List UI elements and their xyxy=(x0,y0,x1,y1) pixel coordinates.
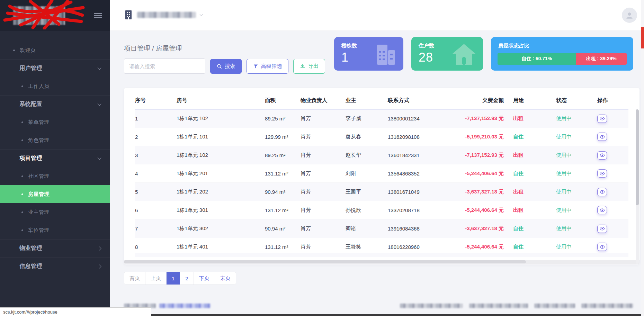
view-button[interactable] xyxy=(597,133,607,141)
cell-area: 131.12 m² xyxy=(265,171,301,177)
cell-manager: 肖芳 xyxy=(301,189,346,195)
cell-phone: 13564868352 xyxy=(388,171,450,177)
cell-owner: 李子威 xyxy=(346,115,388,122)
sidebar-item-menu-management[interactable]: 菜单管理 xyxy=(0,113,110,131)
cell-owner: 王筱笑 xyxy=(346,244,388,250)
cell-no: 3 xyxy=(135,152,177,158)
sidebar-item-system-config[interactable]: –系统配置 xyxy=(0,95,110,113)
scrollbar-thumb[interactable] xyxy=(641,27,644,48)
cell-owner: 王国平 xyxy=(346,189,388,195)
cell-room: 1栋1单元 302 xyxy=(177,225,265,232)
avatar[interactable] xyxy=(622,8,637,23)
chevron-down-icon xyxy=(97,66,101,70)
cell-no: 4 xyxy=(135,171,177,177)
table-row: 31栋1单元 10289.25 m²肖芳赵长华13601842331-7,137… xyxy=(135,146,628,164)
sidebar-item-user-management[interactable]: –用户管理 xyxy=(0,59,110,77)
cell-no: 8 xyxy=(135,244,177,250)
view-button[interactable] xyxy=(597,225,607,233)
stat-card-house-status: 房屋状态占比 自住 : 60.71%出租 : 39.29% xyxy=(491,37,633,71)
sidebar-item-label: 系统配置 xyxy=(19,101,42,108)
stat-card-residents: 住户数 28 xyxy=(411,37,483,71)
partial-row xyxy=(135,253,628,257)
cell-room: 1栋1单元 102 xyxy=(177,152,265,159)
stat-label: 房屋状态占比 xyxy=(498,43,529,49)
table-row: 41栋1单元 201131.12 m²肖芳刘阳13564868352-5,244… xyxy=(135,164,628,183)
cell-status: 使用中 xyxy=(556,152,597,159)
sidebar-item-project-management[interactable]: –项目管理 xyxy=(0,149,110,167)
sidebar-item-label: 业主管理 xyxy=(28,209,50,216)
sidebar-item-parking-management[interactable]: 车位管理 xyxy=(0,221,110,239)
page-scrollbar[interactable] xyxy=(641,0,644,316)
sidebar-item-staff[interactable]: 工作人员 xyxy=(0,77,110,95)
house-icon xyxy=(452,43,476,65)
cell-actions xyxy=(597,169,628,178)
chevron-down-icon xyxy=(200,12,203,16)
search-button[interactable]: 搜索 xyxy=(210,59,242,74)
org-name-redacted xyxy=(137,12,196,18)
cell-status: 使用中 xyxy=(556,134,597,140)
advanced-filter-button[interactable]: 高级筛选 xyxy=(247,59,288,74)
sidebar: 欢迎页–用户管理工作人员–系统配置菜单管理角色管理–项目管理社区管理房屋管理业主… xyxy=(0,0,110,316)
org-selector[interactable] xyxy=(124,10,203,20)
table-row: 71栋1单元 30290.94 m²肖芳卿崧13916084368-3,637,… xyxy=(135,219,628,238)
status-segment-self: 自住 : 60.71% xyxy=(498,53,576,65)
page-button-末页[interactable]: 末页 xyxy=(215,272,236,285)
page-button-上页[interactable]: 上页 xyxy=(145,272,167,285)
vertical-scrollbar[interactable] xyxy=(636,109,639,264)
search-input[interactable] xyxy=(124,58,205,74)
eye-icon xyxy=(600,208,605,213)
cell-status: 使用中 xyxy=(556,207,597,214)
cell-use: 自住 xyxy=(513,225,556,232)
sidebar-item-label: 物业管理 xyxy=(19,245,42,252)
cell-use: 自住 xyxy=(513,134,556,140)
page-button-首页[interactable]: 首页 xyxy=(124,272,145,285)
sidebar-item-house-management[interactable]: 房屋管理 xyxy=(0,185,110,203)
dash-marker: – xyxy=(12,245,15,251)
view-button[interactable] xyxy=(597,115,607,123)
sidebar-item-role-management[interactable]: 角色管理 xyxy=(0,131,110,149)
view-button[interactable] xyxy=(597,206,607,214)
view-button[interactable] xyxy=(597,151,607,160)
cell-use: 出租 xyxy=(513,189,556,195)
logo-bar xyxy=(0,0,110,31)
cell-actions xyxy=(597,188,628,196)
chevron-right-icon xyxy=(97,246,101,250)
view-button[interactable] xyxy=(597,169,607,178)
filter-icon xyxy=(253,64,258,69)
page-button-1[interactable]: 1 xyxy=(167,272,180,285)
column-header: 房号 xyxy=(177,97,265,104)
cell-amount: -7,137,152.93 元 xyxy=(450,115,513,122)
cell-amount: -5,244,406.64 元 xyxy=(450,170,513,177)
cell-amount: -5,244,406.64 元 xyxy=(450,244,513,250)
sidebar-item-community-management[interactable]: 社区管理 xyxy=(0,167,110,185)
chevron-right-icon xyxy=(97,264,101,268)
sidebar-toggle-icon[interactable] xyxy=(94,12,102,19)
cell-amount: -3,637,327.18 元 xyxy=(450,189,513,195)
column-header: 状态 xyxy=(556,97,597,104)
cell-manager: 肖芳 xyxy=(301,207,346,214)
column-header: 序号 xyxy=(135,97,177,104)
sidebar-item-info-management[interactable]: –信息管理 xyxy=(0,257,110,275)
sidebar-item-property-management[interactable]: –物业管理 xyxy=(0,239,110,257)
chevron-down-icon xyxy=(97,102,101,106)
stat-value: 1 xyxy=(341,50,349,65)
view-button[interactable] xyxy=(597,243,607,251)
footer-link-redacted[interactable] xyxy=(159,304,211,308)
cell-phone: 18016228960 xyxy=(388,244,450,250)
export-button[interactable]: 导出 xyxy=(293,59,325,74)
table-card: 序号房号面积物业负责人业主联系方式欠费金额用途状态操作11栋1单元 10289.… xyxy=(124,88,639,264)
sidebar-item-welcome[interactable]: 欢迎页 xyxy=(0,41,110,59)
sidebar-item-label: 用户管理 xyxy=(19,65,42,72)
cell-actions xyxy=(597,115,628,123)
horizontal-scrollbar[interactable] xyxy=(124,260,639,264)
cell-actions xyxy=(597,206,628,214)
cell-status: 使用中 xyxy=(556,189,597,195)
view-button[interactable] xyxy=(597,188,607,196)
cell-status: 使用中 xyxy=(556,115,597,122)
toolbar: 搜索 高级筛选 导 xyxy=(124,58,331,74)
page-button-2[interactable]: 2 xyxy=(180,272,194,285)
sidebar-item-owner-management[interactable]: 业主管理 xyxy=(0,203,110,221)
page-button-下页[interactable]: 下页 xyxy=(194,272,215,285)
footer-info-redacted xyxy=(534,304,575,308)
cell-no: 1 xyxy=(135,116,177,121)
